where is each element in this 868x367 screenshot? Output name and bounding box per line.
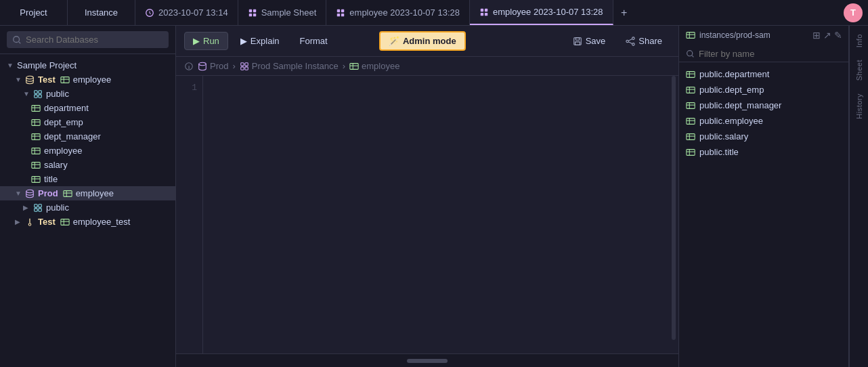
sidebar-item-employee[interactable]: employee — [0, 144, 175, 158]
svg-rect-25 — [32, 119, 40, 125]
sidebar-item-public-schema[interactable]: ▼ public — [0, 87, 175, 101]
table-icon-obj-deptmgr — [686, 101, 695, 110]
svg-rect-22 — [32, 105, 40, 111]
svg-rect-67 — [245, 66, 248, 69]
svg-rect-4 — [253, 13, 256, 16]
svg-point-57 — [632, 43, 635, 45]
svg-rect-18 — [35, 90, 37, 93]
svg-rect-84 — [687, 118, 695, 124]
expand-arrow-public: ▼ — [23, 90, 30, 98]
table-icon-emp — [60, 75, 70, 85]
explain-button[interactable]: ▶ Explain — [232, 33, 288, 49]
sidebar-item-dept-manager[interactable]: dept_manager — [0, 129, 175, 144]
expand-arrow-prod-public: ▶ — [23, 204, 30, 211]
dept-emp-label: dept_emp — [44, 117, 83, 127]
sidebar-project-root[interactable]: ▼ Sample Project — [0, 58, 175, 72]
breadcrumb-instance[interactable]: Prod Sample Instance — [240, 61, 339, 71]
avatar[interactable]: T — [844, 3, 863, 22]
editor-input[interactable] — [203, 76, 678, 353]
tab-sample-sheet[interactable]: Sample Sheet — [238, 0, 327, 25]
side-tabs: Info Sheet History — [849, 26, 868, 367]
admin-mode-button[interactable]: 🪄 Admin mode — [379, 31, 466, 51]
svg-rect-44 — [35, 204, 37, 207]
wand-icon: 🪄 — [389, 36, 399, 46]
search-section — [0, 26, 175, 54]
info-icon: i — [184, 62, 194, 71]
svg-point-14 — [26, 76, 34, 79]
add-tab-button[interactable]: + — [613, 0, 635, 25]
tab-project[interactable]: Project — [0, 0, 68, 25]
share-icon — [626, 37, 635, 46]
main-layout: ▼ Sample Project ▼ Test employee ▼ publi… — [0, 26, 868, 367]
table-icon-obj-salary — [686, 132, 695, 142]
sidebar-item-title[interactable]: title — [0, 172, 175, 186]
tab-timestamp[interactable]: 2023-10-07 13:14 — [135, 0, 238, 25]
object-item-department[interactable]: public.department — [679, 66, 849, 82]
svg-rect-12 — [485, 12, 487, 15]
tab-employee1-label: employee 2023-10-07 13:28 — [349, 7, 460, 18]
edit-icon[interactable]: ✎ — [834, 30, 842, 41]
tab-instance[interactable]: Instance — [68, 0, 135, 25]
format-label: Format — [300, 36, 328, 46]
side-tab-info[interactable]: Info — [852, 28, 866, 53]
external-link-icon[interactable]: ↗ — [823, 30, 831, 41]
salary-label: salary — [44, 160, 68, 170]
svg-rect-50 — [61, 219, 69, 225]
editor-content: 1 — [176, 76, 678, 353]
svg-point-56 — [632, 37, 635, 39]
sidebar-item-prod-public[interactable]: ▶ public — [0, 200, 175, 215]
svg-rect-64 — [241, 62, 244, 65]
svg-rect-5 — [337, 9, 340, 12]
side-tab-history[interactable]: History — [852, 88, 866, 125]
sidebar-item-test-employee-test[interactable]: ▶ Test employee_test — [0, 215, 175, 229]
svg-rect-65 — [245, 62, 248, 65]
svg-rect-28 — [32, 133, 40, 139]
object-item-title[interactable]: public.title — [679, 144, 849, 160]
breadcrumb-table[interactable]: employee — [349, 61, 399, 71]
sidebar-item-prod-employee[interactable]: ▼ Prod employee — [0, 186, 175, 200]
svg-rect-31 — [32, 148, 40, 154]
table-breadcrumb-label: employee — [362, 61, 399, 71]
run-button[interactable]: ▶ Run — [184, 32, 228, 50]
tab-timestamp-label: 2023-10-07 13:14 — [158, 7, 228, 18]
expand-icon[interactable]: ⊞ — [812, 30, 821, 41]
vertical-scrollbar[interactable] — [672, 76, 676, 340]
svg-rect-41 — [64, 190, 72, 196]
sidebar-item-test-employee[interactable]: ▼ Test employee — [0, 72, 175, 87]
object-item-dept-manager[interactable]: public.dept_manager — [679, 98, 849, 113]
object-item-employee[interactable]: public.employee — [679, 113, 849, 129]
test2-env-label: Test — [38, 217, 56, 227]
horizontal-scrollbar[interactable] — [407, 359, 448, 363]
search-wrapper — [7, 31, 169, 48]
breadcrumb: i Prod › Prod Sample Instance › employee — [176, 57, 678, 76]
grid-icon-3 — [479, 7, 489, 17]
sidebar-item-dept-emp[interactable]: dept_emp — [0, 115, 175, 129]
svg-rect-11 — [481, 12, 483, 15]
search-input[interactable] — [7, 31, 169, 48]
prod-env-label: Prod — [38, 188, 58, 198]
prod-breadcrumb-label: Prod — [210, 61, 228, 71]
instances-label: instances/prod-sam — [699, 30, 771, 40]
filter-input[interactable] — [699, 49, 842, 59]
sidebar-item-salary[interactable]: salary — [0, 158, 175, 172]
share-label: Share — [638, 36, 662, 46]
breadcrumb-prod[interactable]: Prod — [198, 61, 228, 71]
explain-icon: ▶ — [240, 36, 247, 46]
sidebar-item-department[interactable]: department — [0, 101, 175, 115]
run-label: Run — [203, 36, 219, 46]
svg-rect-87 — [687, 133, 695, 139]
svg-rect-3 — [248, 13, 251, 16]
share-button[interactable]: Share — [617, 33, 670, 49]
expand-arrow-test: ▼ — [15, 76, 22, 83]
side-tab-sheet[interactable]: Sheet — [852, 54, 866, 86]
object-item-dept-emp[interactable]: public.dept_emp — [679, 82, 849, 98]
grid-icon-1 — [248, 8, 257, 18]
object-item-salary[interactable]: public.salary — [679, 129, 849, 144]
tab-employee1[interactable]: employee 2023-10-07 13:28 — [326, 0, 470, 25]
run-icon: ▶ — [193, 36, 200, 46]
employee-test-label: employee_test — [73, 217, 131, 227]
object-label-title: public.title — [699, 147, 739, 157]
save-button[interactable]: Save — [565, 33, 614, 49]
format-button[interactable]: Format — [292, 33, 336, 49]
tab-employee2[interactable]: employee 2023-10-07 13:28 — [470, 0, 613, 25]
